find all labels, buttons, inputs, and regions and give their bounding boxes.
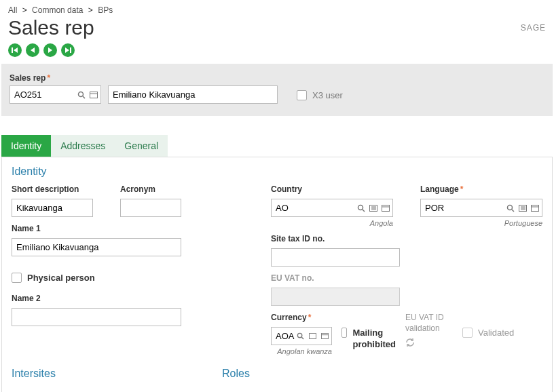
validated-label: Validated (478, 328, 514, 338)
card-icon[interactable] (89, 90, 98, 100)
svg-rect-16 (382, 205, 390, 211)
page-title: Sales rep (8, 16, 94, 39)
name2-label: Name 2 (12, 294, 244, 303)
crumb-bps[interactable]: BPs (98, 5, 113, 15)
intersites-section-title: Intersites (12, 368, 174, 380)
acronym-input[interactable] (120, 199, 181, 217)
svg-point-10 (358, 205, 363, 210)
refresh-icon[interactable] (405, 338, 415, 347)
sales-rep-name-input[interactable] (108, 85, 278, 104)
physical-person-checkbox[interactable] (12, 273, 22, 283)
crumb-all[interactable]: All (8, 5, 17, 15)
crumb-common-data[interactable]: Common data (32, 5, 83, 15)
identity-panel: Identity Short description Acronym Name … (1, 157, 553, 392)
search-icon[interactable] (77, 90, 86, 100)
country-label: Country (271, 184, 393, 194)
svg-rect-29 (321, 333, 328, 338)
mailing-prohibited-label: Mailing prohibited (352, 328, 396, 351)
svg-line-19 (512, 210, 514, 212)
roles-section-title: Roles (222, 368, 542, 380)
validated-checkbox (462, 328, 473, 338)
name1-label: Name 1 (12, 224, 244, 233)
svg-marker-2 (31, 47, 35, 53)
header-band: Sales rep* X3 user (1, 64, 553, 116)
x3-user-checkbox[interactable] (297, 90, 307, 100)
tab-identity[interactable]: Identity (1, 135, 51, 157)
sales-rep-label: Sales rep* (10, 73, 544, 83)
svg-line-27 (301, 337, 303, 339)
list-icon[interactable] (308, 332, 317, 341)
first-record-button[interactable] (8, 43, 22, 57)
svg-rect-24 (532, 205, 539, 211)
svg-marker-1 (14, 47, 18, 53)
identity-section-title: Identity (12, 165, 542, 178)
svg-line-11 (363, 210, 365, 212)
svg-marker-3 (48, 47, 52, 53)
list-icon[interactable] (369, 203, 378, 213)
eu-vat-id-label: EU VAT ID validation (405, 313, 453, 334)
physical-person-label: Physical person (27, 273, 95, 283)
svg-rect-5 (70, 47, 71, 53)
brand-label: SAGE (521, 23, 546, 33)
site-tax-label: Site tax ID no. (271, 234, 542, 243)
svg-line-7 (83, 96, 85, 98)
svg-point-26 (297, 333, 301, 337)
currency-subtext: Angolan kwanza (271, 347, 332, 355)
short-desc-label: Short description (12, 184, 93, 194)
prev-record-button[interactable] (26, 43, 39, 57)
mailing-prohibited-checkbox[interactable] (341, 328, 347, 338)
country-subtext: Angola (271, 219, 393, 227)
x3-user-label: X3 user (312, 90, 343, 100)
language-subtext: Portuguese (420, 219, 542, 227)
eu-vat-input (271, 288, 400, 306)
tab-addresses[interactable]: Addresses (51, 135, 115, 157)
acronym-label: Acronym (120, 184, 181, 194)
chevron-right-icon: > (88, 5, 93, 15)
last-record-button[interactable] (61, 43, 75, 57)
language-label: Language* (420, 184, 542, 194)
tab-general[interactable]: General (115, 135, 168, 157)
record-nav (0, 39, 554, 64)
chevron-right-icon: > (22, 5, 27, 15)
breadcrumb: All > Common data > BPs (0, 0, 554, 16)
short-desc-input[interactable] (12, 199, 93, 217)
site-tax-input[interactable] (271, 248, 400, 267)
svg-rect-0 (12, 47, 13, 53)
tabs: Identity Addresses General (1, 135, 553, 157)
list-icon[interactable] (518, 203, 528, 213)
name2-input[interactable] (12, 308, 181, 326)
svg-rect-28 (309, 333, 316, 338)
currency-label: Currency* (271, 313, 332, 322)
card-icon[interactable] (530, 203, 540, 213)
svg-point-6 (79, 92, 84, 96)
name1-input[interactable] (12, 238, 181, 256)
svg-rect-8 (90, 92, 98, 98)
next-record-button[interactable] (43, 43, 57, 57)
svg-point-18 (508, 205, 513, 210)
search-icon[interactable] (295, 332, 305, 341)
svg-marker-4 (65, 47, 69, 53)
card-icon[interactable] (320, 332, 329, 341)
search-icon[interactable] (506, 203, 515, 213)
eu-vat-label: EU VAT no. (271, 273, 542, 283)
search-icon[interactable] (356, 203, 366, 213)
card-icon[interactable] (381, 203, 390, 213)
